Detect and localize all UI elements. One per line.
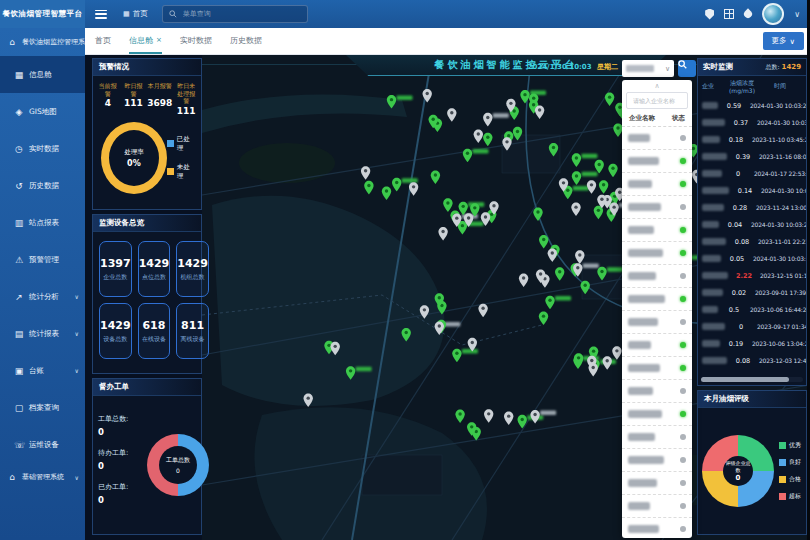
map-label-redacted (444, 322, 460, 327)
horizontal-scrollbar[interactable] (701, 377, 803, 382)
table-row[interactable]: 0.052024-01-30 10:03:20 (698, 250, 806, 267)
shield-icon[interactable] (705, 9, 714, 20)
list-item[interactable] (622, 219, 692, 242)
company-search-box[interactable] (626, 92, 688, 109)
sidebar-item[interactable]: ▤统计报表∨ (0, 315, 85, 352)
table-row[interactable]: 0.392023-11-16 08:04:20 (698, 148, 806, 165)
table-row[interactable]: 0.082023-12-03 12:47:00 (698, 352, 806, 369)
sidebar-item[interactable]: ▥站点报表 (0, 204, 85, 241)
apps-icon[interactable] (724, 9, 734, 19)
company-redacted (628, 318, 658, 326)
menu-search-input[interactable] (181, 9, 301, 19)
sidebar-item[interactable]: ▦信息舱 (0, 56, 85, 93)
company-select[interactable]: ∨ (622, 60, 674, 77)
tab-item[interactable]: 信息舱× (129, 28, 162, 54)
sidebar-section[interactable]: ⌂餐饮油烟监控管理系统∧ (0, 28, 85, 56)
sidebar-item[interactable]: ⚠预警管理 (0, 241, 85, 278)
list-item[interactable] (622, 472, 692, 495)
workorder-panel: 督办工单 工单总数:0待办工单:0已办工单:0 工单总数 0 (92, 378, 202, 535)
table-row[interactable]: 02024-01-17 22:53:20 (698, 165, 806, 182)
device-stat-box[interactable]: 1397企业总数 (99, 241, 132, 297)
donut-center-label: 评级企业总数 (724, 460, 752, 473)
app-window: 餐饮油烟管理智慧平台 ▦ 首页 ∨ ⌂餐饮油烟监控管理系统∧▦信息舱◈GIS地图… (0, 0, 810, 540)
tab-item[interactable]: 历史数据 (230, 28, 262, 54)
list-item[interactable] (622, 380, 692, 403)
company-redacted (702, 102, 718, 109)
list-item[interactable] (622, 173, 692, 196)
table-row[interactable]: 0.022023-09-01 17:39:00 (698, 284, 806, 301)
sidebar-item[interactable]: ▢档案查询 (0, 389, 85, 426)
list-item[interactable] (622, 426, 692, 449)
sidebar-section[interactable]: ⌂基础管理系统∨ (0, 463, 85, 491)
legend-label: 良好 (789, 458, 801, 467)
timestamp: 2024-01-17 22:53:20 (754, 170, 806, 177)
list-item[interactable] (622, 449, 692, 472)
flame-icon[interactable] (742, 8, 753, 19)
stat-label: 昨日报警 (122, 82, 146, 97)
table-row[interactable]: 0.142024-01-30 10:03:20 (698, 182, 806, 199)
device-stat-box[interactable]: 811离线设备 (176, 303, 209, 359)
company-name-input[interactable] (631, 96, 683, 105)
sidebar-item[interactable]: ▣台账∨ (0, 352, 85, 389)
table-row[interactable]: 0.082023-11-01 22:23:00 (698, 233, 806, 250)
list-item[interactable] (622, 518, 692, 538)
map-search-button[interactable] (678, 60, 696, 77)
system-icon: ⌂ (7, 472, 17, 482)
sidebar-item-label: 历史数据 (29, 181, 59, 191)
sidebar-item[interactable]: ◷实时数据 (0, 130, 85, 167)
list-item[interactable] (622, 495, 692, 518)
table-row[interactable]: 0.182023-11-10 03:45:20 (698, 131, 806, 148)
company-redacted (702, 323, 725, 330)
list-item[interactable] (622, 403, 692, 426)
device-stat-box[interactable]: 618在线设备 (138, 303, 171, 359)
sidebar-item[interactable]: ↗统计分析∨ (0, 278, 85, 315)
list-item[interactable] (622, 242, 692, 265)
table-row[interactable]: 0.192023-10-06 13:04:20 (698, 335, 806, 352)
menu-search-box[interactable] (162, 5, 308, 23)
menu-toggle-icon[interactable] (95, 10, 107, 19)
gauge-label: 处理率 (124, 148, 144, 157)
concentration-value: 2.22 (728, 272, 760, 280)
device-stat-box[interactable]: 1429机组总数 (176, 241, 209, 297)
list-item[interactable] (622, 288, 692, 311)
list-item[interactable] (622, 127, 692, 150)
sidebar-item[interactable]: ↺历史数据 (0, 167, 85, 204)
user-avatar[interactable] (762, 3, 784, 25)
list-item[interactable] (622, 196, 692, 219)
close-icon[interactable]: × (156, 36, 162, 44)
legend-swatch (167, 140, 174, 147)
rating-panel: 本月油烟评级 评级企业总数 0 优秀良好合格超标 (697, 390, 807, 535)
concentration-value: 0 (725, 323, 757, 331)
list-item[interactable] (622, 265, 692, 288)
table-row[interactable]: 0.372024-01-30 10:03:20 (698, 114, 806, 131)
stat-value: 1397 (100, 257, 131, 270)
more-button[interactable]: 更多 ∨ (763, 32, 805, 50)
chevron-down-icon[interactable]: ∨ (794, 10, 800, 19)
chevron-down-icon: ∨ (75, 367, 79, 374)
table-row[interactable]: 0.592024-01-30 10:03:20 (698, 97, 806, 114)
company-redacted (628, 203, 661, 211)
table-row[interactable]: 0.042024-01-30 10:03:20 (698, 216, 806, 233)
breadcrumb[interactable]: ▦ 首页 (123, 9, 148, 19)
sidebar-item[interactable]: ☏运维设备 (0, 426, 85, 463)
table-row[interactable]: 0.282023-11-24 13:00:20 (698, 199, 806, 216)
timestamp: 2023-11-16 08:04:20 (759, 153, 806, 160)
list-item[interactable] (622, 150, 692, 173)
tab-item[interactable]: 实时数据 (180, 28, 212, 54)
list-item[interactable] (622, 334, 692, 357)
collapse-icon[interactable]: ∧ (622, 80, 692, 91)
list-item[interactable] (622, 311, 692, 334)
scrollbar-thumb[interactable] (701, 377, 789, 382)
table-row[interactable]: 2.222023-12-15 01:11:00 (698, 267, 806, 284)
table-row[interactable]: 02023-09-17 01:34:20 (698, 318, 806, 335)
device-stat-box[interactable]: 1429设备总数 (99, 303, 132, 359)
maintenance-icon: ☏ (14, 440, 24, 450)
device-stat-box[interactable]: 1429点位总数 (138, 241, 171, 297)
sidebar-item[interactable]: ◈GIS地图 (0, 93, 85, 130)
tab-item[interactable]: 首页 (95, 28, 111, 54)
list-item[interactable] (622, 357, 692, 380)
dashboard: 餐饮油烟智能监控云平台 2024/1/30 10:03 星期二 ∨ ∧ (85, 55, 810, 540)
panel-title: 本月油烟评级 (698, 391, 806, 408)
table-row[interactable]: 0.52023-10-06 16:44:20 (698, 301, 806, 318)
status-dot (680, 181, 686, 187)
